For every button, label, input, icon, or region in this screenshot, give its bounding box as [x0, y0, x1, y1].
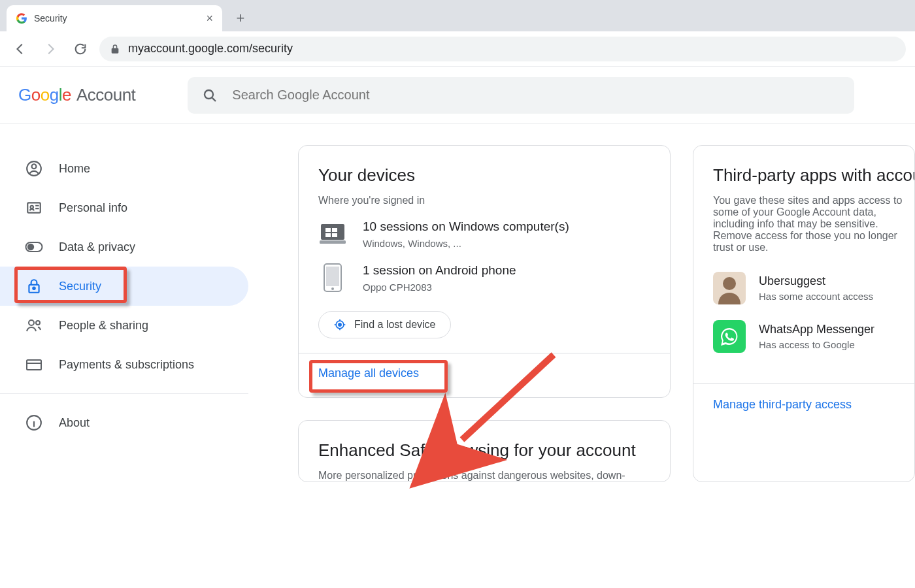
third-party-apps-card: Third-party apps with account access You…	[693, 145, 915, 482]
sidebar-item-personal-info[interactable]: Personal info	[0, 188, 248, 227]
browser-tab-bar: Security × +	[0, 0, 915, 31]
svg-point-10	[36, 321, 40, 325]
your-devices-card: Your devices Where you're signed in 10 s…	[298, 145, 671, 398]
lock-icon	[110, 44, 120, 54]
third-party-app-row[interactable]: WhatsApp Messenger Has access to Google	[713, 320, 914, 353]
svg-point-8	[33, 287, 35, 289]
toggle-icon	[25, 238, 43, 256]
app-sub: Has some account access	[759, 291, 873, 302]
browser-tab[interactable]: Security ×	[7, 5, 222, 31]
card-title: Third-party apps with account access	[713, 165, 914, 186]
chip-label: Find a lost device	[354, 319, 436, 331]
browser-toolbar: myaccount.google.com/security	[0, 31, 915, 67]
main-content: Your devices Where you're signed in 10 s…	[261, 124, 915, 482]
google-wordmark: Google	[18, 85, 71, 105]
svg-rect-15	[332, 228, 337, 232]
svg-line-24	[462, 355, 554, 440]
user-circle-icon	[25, 159, 43, 178]
search-box[interactable]	[188, 77, 854, 114]
sidebar-item-label: Home	[59, 162, 90, 176]
sidebar-item-label: Personal info	[59, 201, 127, 215]
app-name: WhatsApp Messenger	[759, 323, 874, 336]
address-bar[interactable]: myaccount.google.com/security	[99, 37, 906, 61]
sidebar-item-home[interactable]: Home	[0, 149, 248, 188]
sidebar-item-payments[interactable]: Payments & subscriptions	[0, 345, 248, 384]
sidebar-item-label: People & sharing	[59, 319, 148, 333]
manage-third-party-link[interactable]: Manage third-party access	[713, 398, 852, 412]
sidebar-divider	[0, 393, 248, 394]
app-header: Google Account	[0, 67, 915, 124]
card-sub: More personalized protections against da…	[318, 470, 650, 482]
people-icon	[25, 316, 43, 335]
annotation-arrow	[449, 348, 567, 459]
reload-button[interactable]	[69, 38, 92, 60]
svg-rect-14	[325, 228, 331, 232]
search-input[interactable]	[232, 88, 840, 103]
device-sub: Oppo CPH2083	[363, 282, 516, 293]
tab-close-icon[interactable]: ×	[206, 12, 213, 25]
svg-rect-17	[332, 233, 337, 237]
target-icon	[333, 318, 346, 331]
sidebar-item-about[interactable]: About	[0, 403, 248, 442]
svg-point-6	[28, 244, 33, 250]
svg-rect-18	[320, 240, 346, 244]
google-favicon	[16, 12, 27, 24]
device-sub: Windows, Windows, ...	[363, 238, 569, 249]
app-avatar	[713, 272, 746, 304]
lock-icon	[25, 277, 43, 295]
svg-rect-11	[27, 360, 41, 370]
svg-rect-16	[325, 233, 331, 237]
search-icon	[202, 88, 218, 103]
new-tab-button[interactable]: +	[230, 8, 251, 29]
card-title: Your devices	[318, 165, 650, 186]
url-text: myaccount.google.com/security	[128, 42, 293, 56]
app-name: Ubersuggest	[759, 274, 873, 288]
sidebar-item-people-sharing[interactable]: People & sharing	[0, 306, 248, 345]
card-icon	[25, 355, 43, 374]
sidebar-item-label: About	[59, 416, 90, 430]
phone-icon	[318, 263, 347, 292]
sidebar-item-label: Data & privacy	[59, 240, 135, 254]
sidebar-item-security[interactable]: Security	[0, 267, 248, 306]
svg-point-0	[205, 90, 213, 99]
back-button[interactable]	[9, 38, 31, 60]
device-row-android[interactable]: 1 session on Android phone Oppo CPH2083	[318, 263, 650, 293]
sidebar: Home Personal info Data & privacy Securi…	[0, 124, 261, 482]
svg-point-25	[723, 277, 736, 290]
app-sub: Has access to Google	[759, 339, 874, 350]
sidebar-item-label: Payments & subscriptions	[59, 358, 194, 372]
account-word: Account	[76, 85, 135, 105]
google-account-logo[interactable]: Google Account	[18, 85, 135, 105]
svg-point-9	[29, 320, 34, 325]
sidebar-item-label: Security	[59, 280, 101, 293]
device-title: 1 session on Android phone	[363, 263, 516, 278]
device-title: 10 sessions on Windows computer(s)	[363, 220, 569, 234]
svg-point-2	[32, 164, 37, 169]
svg-rect-20	[326, 267, 339, 286]
card-desc: You gave these sites and apps access to …	[713, 195, 914, 253]
svg-point-23	[339, 323, 341, 326]
id-card-icon	[25, 199, 43, 217]
svg-point-21	[331, 287, 334, 290]
find-lost-device-chip[interactable]: Find a lost device	[318, 311, 451, 338]
manage-all-devices-link[interactable]: Manage all devices	[318, 367, 419, 380]
whatsapp-icon	[713, 320, 746, 353]
info-icon	[25, 414, 43, 432]
svg-point-4	[31, 206, 33, 208]
windows-computer-icon	[318, 220, 347, 248]
card-subtitle: Where you're signed in	[318, 195, 650, 206]
device-row-windows[interactable]: 10 sessions on Windows computer(s) Windo…	[318, 220, 650, 249]
sidebar-item-data-privacy[interactable]: Data & privacy	[0, 227, 248, 267]
forward-button[interactable]	[39, 38, 61, 60]
tab-title: Security	[34, 13, 67, 24]
third-party-app-row[interactable]: Ubersuggest Has some account access	[713, 272, 914, 304]
